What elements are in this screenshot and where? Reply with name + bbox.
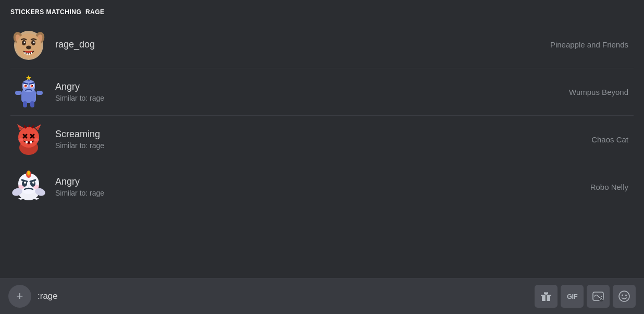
svg-point-42: [18, 138, 23, 141]
svg-point-20: [32, 85, 33, 86]
svg-rect-24: [36, 91, 43, 95]
sticker-item[interactable]: Angry Similar to: rage Robo Nelly: [0, 163, 644, 210]
svg-point-28: [18, 127, 39, 148]
sticker-similar: Similar to: rage: [55, 141, 591, 150]
svg-point-58: [32, 182, 34, 184]
svg-point-17: [24, 84, 27, 87]
svg-point-18: [30, 84, 33, 87]
sticker-similar: Similar to: rage: [55, 94, 569, 102]
sticker-info: Angry Similar to: rage: [55, 81, 569, 102]
chat-bar: + GIF: [0, 278, 644, 314]
sticker-info: rage_dog: [55, 39, 550, 50]
svg-point-65: [622, 295, 623, 296]
sticker-thumbnail: [10, 26, 47, 63]
sticker-item[interactable]: Angry Similar to: rage Wumpus Beyond: [0, 68, 644, 115]
section-header: STICKERS MATCHING rage: [0, 0, 644, 21]
add-button[interactable]: +: [8, 285, 31, 308]
sticker-name: Screaming: [55, 129, 591, 140]
svg-rect-41: [30, 141, 32, 143]
sticker-panel: STICKERS MATCHING rage: [0, 0, 644, 314]
sticker-item[interactable]: Screaming Similar to: rage Chaos Cat: [0, 116, 644, 163]
svg-point-63: [599, 297, 603, 301]
svg-point-66: [625, 295, 627, 296]
chat-actions: GIF: [535, 285, 636, 308]
svg-point-8: [23, 41, 25, 43]
sticker-pack: Wumpus Beyond: [569, 88, 634, 96]
svg-point-9: [33, 41, 34, 43]
svg-rect-25: [23, 101, 27, 107]
sticker-pack: Chaos Cat: [591, 135, 634, 144]
svg-rect-40: [26, 141, 28, 143]
chat-input[interactable]: [38, 291, 528, 301]
svg-point-43: [34, 138, 39, 141]
sticker-thumbnail: [10, 168, 47, 205]
svg-rect-61: [546, 295, 547, 301]
header-query: rage: [85, 8, 105, 16]
emoji-button[interactable]: [613, 285, 636, 308]
sticker-info: Angry Similar to: rage: [55, 176, 590, 197]
sticker-thumbnail: [10, 121, 47, 158]
svg-point-64: [619, 291, 629, 301]
sticker-name: Angry: [55, 81, 569, 92]
sticker-similar: Similar to: rage: [55, 189, 590, 197]
sticker-name: rage_dog: [55, 39, 550, 50]
sticker-pack: Robo Nelly: [590, 183, 634, 191]
plus-icon: +: [17, 291, 23, 302]
gif-button[interactable]: GIF: [561, 285, 584, 308]
header-prefix: STICKERS MATCHING: [10, 8, 81, 16]
sticker-info: Screaming Similar to: rage: [55, 129, 591, 150]
svg-point-48: [28, 171, 30, 174]
gif-label: GIF: [567, 293, 577, 300]
sticker-item[interactable]: rage_dog Pineapple and Friends: [0, 21, 644, 68]
sticker-pack: Pineapple and Friends: [550, 40, 634, 49]
sticker-button[interactable]: [587, 285, 610, 308]
svg-point-10: [26, 45, 31, 49]
sticker-thumbnail: [10, 74, 47, 110]
sticker-list: STICKERS MATCHING rage: [0, 0, 644, 278]
gift-button[interactable]: [535, 285, 558, 308]
svg-point-57: [24, 182, 26, 184]
svg-point-19: [26, 85, 27, 86]
svg-rect-23: [15, 91, 21, 95]
sticker-name: Angry: [55, 176, 590, 187]
svg-rect-26: [30, 101, 34, 107]
